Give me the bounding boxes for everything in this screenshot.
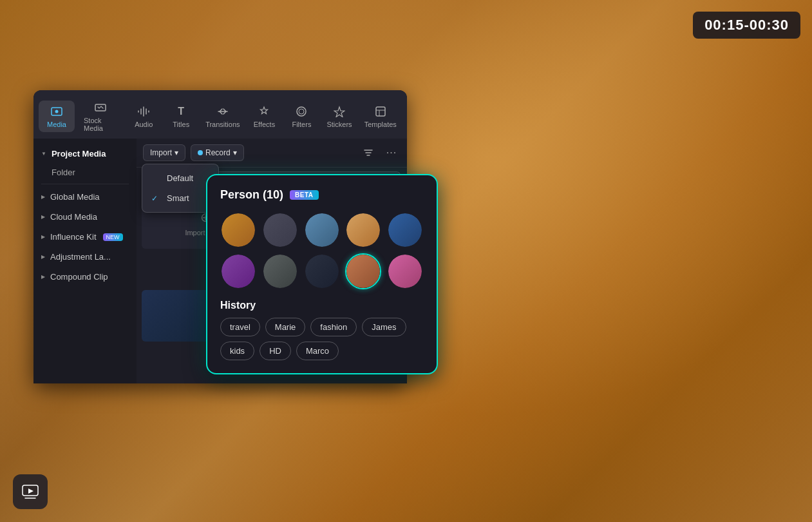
history-tag-marco[interactable]: Marco [296, 342, 339, 360]
svg-point-1 [55, 110, 59, 113]
history-tags-container: travel Marie fashion James kids HD Marco [220, 318, 424, 360]
avatar-image [305, 213, 339, 247]
toolbar-item-filters[interactable]: Filters [283, 101, 319, 132]
chevron-down-icon: ▾ [233, 148, 237, 157]
person-avatar-7[interactable] [262, 253, 298, 289]
titles-icon: T [174, 104, 188, 119]
sidebar-item-influence-kit[interactable]: ▶ Influence Kit NEW [33, 227, 137, 247]
stickers-icon [332, 104, 346, 119]
expand-icon: ▼ [41, 151, 46, 157]
toolbar-item-templates[interactable]: Templates [359, 101, 402, 132]
toolbar: Media Stock Media Audio T [33, 90, 407, 139]
person-avatar-8[interactable] [304, 253, 340, 289]
history-section: History travel Marie fashion James kids … [220, 300, 424, 360]
tri-icon: ▶ [41, 254, 45, 260]
person-avatar-5[interactable] [387, 212, 423, 248]
avatar-image [263, 255, 297, 288]
check-icon: ✓ [151, 194, 162, 203]
toolbar-item-audio[interactable]: Audio [126, 101, 162, 132]
sidebar-item-project-media[interactable]: ▼ Project Media [33, 144, 137, 164]
sidebar-item-global-media[interactable]: ▶ Global Media [33, 187, 137, 207]
person-avatar-10[interactable] [387, 253, 423, 289]
chevron-down-icon: ▾ [175, 148, 178, 157]
tri-icon: ▶ [41, 274, 45, 280]
avatar-image [388, 255, 422, 288]
avatar-image [346, 213, 380, 247]
bottom-left-playback-button[interactable] [13, 474, 48, 509]
filter-icon-button[interactable] [359, 144, 377, 162]
templates-icon [373, 104, 388, 119]
person-popup: Person (10) BETA [206, 174, 438, 374]
avatar-image [222, 213, 255, 247]
sidebar: ▼ Project Media Folder ▶ Global Media ▶ … [33, 139, 137, 383]
playback-icon [21, 483, 39, 501]
audio-icon [137, 104, 151, 119]
history-tag-fashion[interactable]: fashion [310, 318, 357, 336]
timestamp-badge: 00:15-00:30 [693, 12, 800, 39]
person-popup-header: Person (10) BETA [220, 188, 424, 202]
sidebar-item-cloud-media[interactable]: ▶ Cloud Media [33, 207, 137, 227]
tri-icon: ▶ [41, 234, 45, 240]
toolbar-item-media[interactable]: Media [39, 101, 75, 132]
sidebar-item-compound-clip[interactable]: ▶ Compound Clip [33, 267, 137, 287]
history-tag-travel[interactable]: travel [220, 318, 260, 336]
stock-media-icon [93, 101, 108, 115]
sidebar-divider [41, 184, 129, 184]
person-avatar-2[interactable] [262, 212, 298, 248]
effects-icon [257, 104, 271, 119]
person-avatar-6[interactable] [220, 253, 256, 289]
avatar-image [263, 213, 297, 247]
tri-icon: ▶ [41, 194, 45, 200]
transitions-icon [216, 104, 230, 119]
toolbar-item-titles[interactable]: T Titles [163, 101, 199, 132]
history-tag-kids[interactable]: kids [220, 342, 254, 360]
person-avatar-3[interactable] [304, 212, 340, 248]
tri-icon: ▶ [41, 214, 45, 220]
toolbar-item-transitions[interactable]: Transitions [200, 101, 245, 132]
history-tag-marie[interactable]: Marie [265, 318, 306, 336]
person-avatar-grid [220, 212, 424, 289]
toolbar-item-stickers[interactable]: Stickers [321, 101, 357, 132]
history-tag-james[interactable]: James [362, 318, 406, 336]
sidebar-item-folder[interactable]: Folder [33, 164, 137, 181]
person-avatar-1[interactable] [220, 212, 256, 248]
history-tag-hd[interactable]: HD [260, 342, 291, 360]
person-avatar-9[interactable] [345, 253, 381, 289]
toolbar-item-effects[interactable]: Effects [246, 101, 282, 132]
svg-rect-5 [376, 107, 385, 116]
svg-rect-2 [95, 104, 106, 111]
record-button[interactable]: Record ▾ [191, 144, 244, 161]
toolbar-item-stock-media[interactable]: Stock Media [76, 97, 124, 136]
avatar-image [305, 255, 339, 288]
avatar-image [222, 255, 255, 288]
record-dot [198, 150, 203, 155]
svg-point-4 [299, 109, 304, 114]
import-button[interactable]: Import ▾ [143, 144, 185, 161]
avatar-image [388, 213, 422, 247]
more-options-button[interactable]: ··· [382, 144, 401, 162]
filters-icon [294, 104, 308, 119]
cursor-pointer [372, 280, 381, 289]
person-avatar-4[interactable] [345, 212, 381, 248]
media-icon [50, 104, 64, 119]
sidebar-item-adjustment-layer[interactable]: ▶ Adjustment La... [33, 247, 137, 267]
svg-point-3 [297, 107, 306, 116]
